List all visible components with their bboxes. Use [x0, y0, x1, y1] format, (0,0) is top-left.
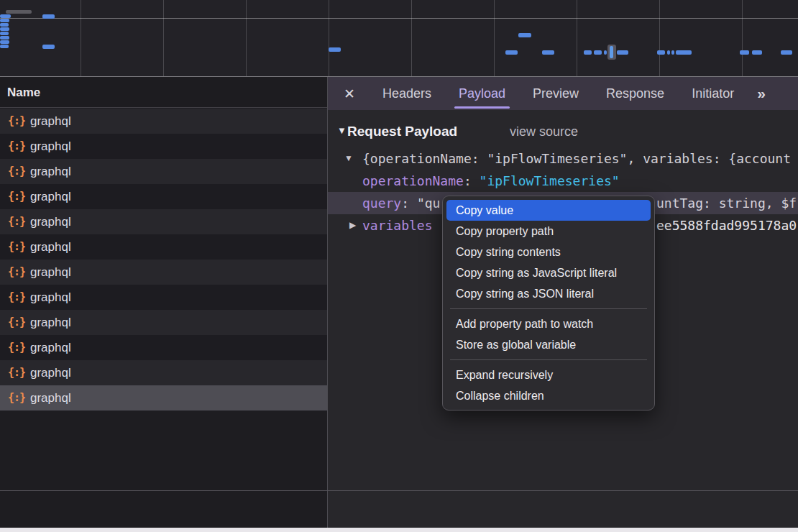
timeline-gridline	[81, 0, 81, 76]
payload-tree-row[interactable]: ▼{operationName: "ipFlowTimeseries", var…	[328, 147, 798, 170]
timeline-bar	[604, 50, 607, 55]
collapsed-arrow-icon[interactable]: ▶	[349, 214, 356, 237]
timeline-bar	[0, 40, 9, 44]
timeline-bar	[781, 50, 792, 55]
context-menu-item[interactable]: Copy string as JavaScript literal	[446, 262, 651, 283]
request-list-panel: Name {:}graphql{:}graphql{:}graphql{:}gr…	[0, 77, 327, 528]
tree-text-segment: operationName	[362, 173, 464, 188]
context-menu-item[interactable]: Collapse children	[446, 385, 651, 406]
timeline-bar	[671, 50, 674, 55]
expanded-arrow-icon[interactable]: ▼	[344, 147, 353, 170]
timeline-bar	[617, 50, 628, 55]
close-icon[interactable]: ✕	[344, 87, 355, 101]
context-menu-item[interactable]: Add property path to watch	[446, 313, 651, 334]
tab-headers[interactable]: Headers	[382, 77, 431, 110]
request-name: graphql	[30, 209, 71, 234]
timeline-bar	[667, 50, 670, 55]
tree-row-text: variables	[362, 214, 433, 237]
request-row[interactable]: {:}graphql	[0, 385, 327, 411]
request-name: graphql	[30, 234, 71, 260]
more-tabs-icon[interactable]: »	[757, 85, 764, 102]
timeline-gridline	[163, 0, 164, 76]
request-row[interactable]: {:}graphql	[0, 285, 327, 310]
request-row[interactable]: {:}graphql	[0, 159, 327, 184]
timeline-bar	[0, 36, 9, 40]
request-name: graphql	[30, 159, 71, 184]
timeline-bar	[0, 45, 9, 48]
json-braces-icon: {:}	[8, 310, 25, 335]
menu-separator	[450, 308, 647, 309]
timeline-bar	[0, 14, 11, 18]
context-menu-item[interactable]: Expand recursively	[446, 364, 651, 385]
payload-tree-row[interactable]: operationName: "ipFlowTimeseries"	[328, 170, 798, 192]
timeline-bar	[0, 23, 9, 27]
tree-text-segment: "qu	[417, 196, 441, 211]
json-braces-icon: {:}	[8, 260, 25, 285]
disclosure-triangle-icon[interactable]: ▼	[337, 125, 347, 136]
timeline-bar	[676, 50, 692, 55]
tree-row-text: operationName: "ipFlowTimeseries"	[362, 170, 620, 192]
tree-text-segment: {operationName: "ipFlowTimeseries", vari…	[362, 151, 791, 166]
tree-row-text-after-menu: untTag: string, $f	[656, 192, 797, 214]
tree-row-text: {operationName: "ipFlowTimeseries", vari…	[362, 147, 791, 170]
context-menu-item[interactable]: Store as global variable	[446, 334, 651, 355]
request-name: graphql	[30, 184, 71, 209]
timeline-bar	[518, 33, 531, 37]
name-column-header[interactable]: Name	[0, 77, 327, 108]
request-name: graphql	[30, 310, 71, 335]
tab-strip: HeadersPayloadPreviewResponseInitiator	[382, 77, 734, 110]
timeline-bar	[610, 46, 613, 58]
tab-response[interactable]: Response	[606, 77, 664, 110]
timeline-bar	[542, 50, 554, 55]
context-menu-item[interactable]: Copy property path	[446, 221, 651, 242]
context-menu-item[interactable]: Copy value	[446, 200, 651, 221]
timeline-bar	[0, 19, 9, 22]
tree-text-segment: :	[464, 173, 480, 188]
request-row[interactable]: {:}graphql	[0, 234, 327, 260]
timeline-gridline	[659, 0, 660, 76]
request-payload-section: ▼ Request Payload view source	[328, 120, 798, 143]
json-braces-icon: {:}	[8, 134, 25, 159]
tree-text-segment: :	[401, 196, 417, 211]
request-row[interactable]: {:}graphql	[0, 310, 327, 335]
timeline-bar	[0, 32, 9, 35]
request-name: graphql	[30, 109, 71, 134]
request-row[interactable]: {:}graphql	[0, 360, 327, 385]
tree-text-segment: query	[362, 196, 401, 211]
tab-initiator[interactable]: Initiator	[692, 77, 734, 110]
network-overview-timeline[interactable]	[0, 0, 798, 77]
timeline-gridline	[411, 0, 412, 76]
tab-preview[interactable]: Preview	[533, 77, 579, 110]
panel-footer-divider	[0, 490, 798, 491]
request-row[interactable]: {:}graphql	[0, 184, 327, 209]
request-name: graphql	[30, 335, 71, 360]
request-name: graphql	[30, 385, 71, 411]
request-name: graphql	[30, 134, 71, 159]
timeline-bar	[594, 50, 602, 55]
view-source-link[interactable]: view source	[510, 120, 578, 143]
request-row[interactable]: {:}graphql	[0, 134, 327, 159]
tab-payload[interactable]: Payload	[459, 77, 505, 110]
request-name: graphql	[30, 285, 71, 310]
request-row[interactable]: {:}graphql	[0, 209, 327, 234]
window-bottom-edge	[0, 528, 798, 532]
tree-text-segment: "ipFlowTimeseries"	[480, 173, 620, 188]
json-braces-icon: {:}	[8, 109, 25, 134]
timeline-gridline	[577, 0, 577, 76]
timeline-bar	[42, 14, 55, 19]
timeline-bar	[0, 27, 9, 31]
json-braces-icon: {:}	[8, 335, 25, 360]
timeline-bar	[740, 50, 749, 55]
timeline-bar	[505, 50, 518, 55]
context-menu-item[interactable]: Copy string contents	[446, 242, 651, 262]
request-row[interactable]: {:}graphql	[0, 260, 327, 285]
request-row[interactable]: {:}graphql	[0, 109, 327, 134]
tree-text-segment: variables	[362, 218, 433, 233]
tree-row-text-after-menu: ee5588fdad995178a0	[656, 214, 797, 237]
context-menu: Copy valueCopy property pathCopy string …	[442, 196, 655, 411]
timeline-gridline	[494, 0, 495, 76]
json-braces-icon: {:}	[8, 385, 25, 411]
timeline-bar	[42, 45, 55, 49]
context-menu-item[interactable]: Copy string as JSON literal	[446, 283, 651, 304]
request-row[interactable]: {:}graphql	[0, 335, 327, 360]
